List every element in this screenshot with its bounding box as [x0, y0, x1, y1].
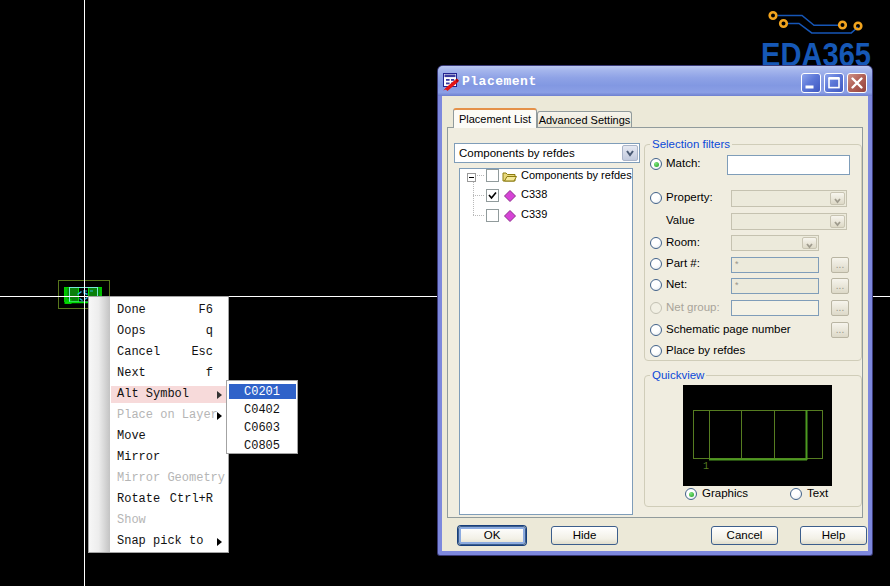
svg-text:1: 1 — [703, 461, 709, 472]
